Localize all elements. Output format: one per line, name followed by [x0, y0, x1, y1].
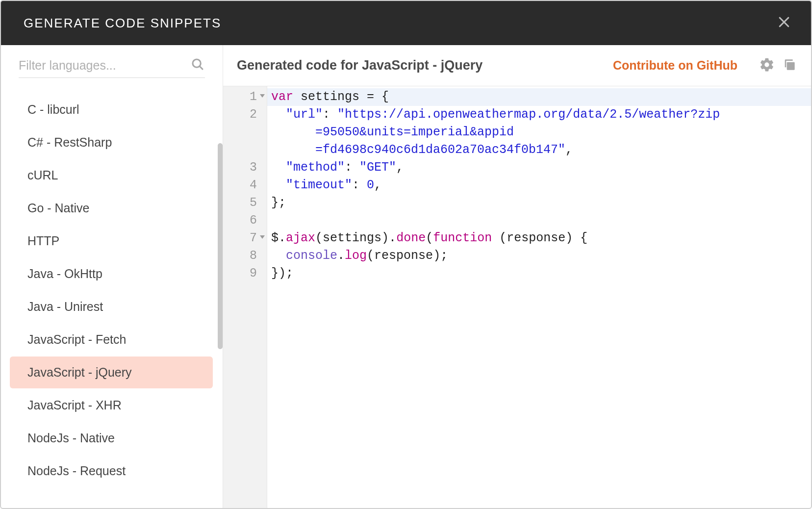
close-button[interactable]	[777, 15, 791, 31]
sidebar: C - libcurlC# - RestSharpcURLGo - Native…	[1, 45, 223, 508]
gutter-line: 9	[223, 265, 267, 282]
gutter-line: 8	[223, 247, 267, 265]
gear-icon	[759, 66, 775, 74]
language-item[interactable]: Java - OkHttp	[10, 258, 213, 290]
gutter-line	[223, 141, 267, 159]
modal-container: GENERATE CODE SNIPPETS C - libcurlC# - R…	[0, 0, 812, 509]
generated-code-title: Generated code for JavaScript - jQuery	[237, 58, 482, 73]
code-line: "method": "GET",	[267, 159, 811, 177]
main-header: Generated code for JavaScript - jQuery C…	[223, 45, 811, 86]
code-line: };	[267, 194, 811, 212]
svg-line-3	[200, 66, 203, 69]
code-editor[interactable]: 123456789 var settings = { "url": "https…	[223, 86, 811, 508]
filter-languages-input[interactable]	[19, 58, 190, 73]
language-item[interactable]: HTTP	[10, 225, 213, 257]
language-item[interactable]: JavaScript - Fetch	[10, 324, 213, 356]
gutter-line	[223, 124, 267, 141]
code-line: "timeout": 0,	[267, 177, 811, 194]
code-line: var settings = {	[267, 88, 811, 106]
language-item[interactable]: Go - Native	[10, 192, 213, 224]
line-gutter: 123456789	[223, 86, 267, 508]
gutter-line: 7	[223, 229, 267, 247]
code-line: =95050&units=imperial&appid	[267, 124, 811, 141]
code-line	[267, 212, 811, 229]
fold-icon[interactable]	[260, 94, 265, 98]
code-line: =fd4698c940c6d1da602a70ac34f0b147",	[267, 141, 811, 159]
search-wrap	[19, 57, 205, 78]
search-icon	[190, 57, 205, 74]
language-item[interactable]: JavaScript - XHR	[10, 389, 213, 421]
gutter-line: 6	[223, 212, 267, 229]
close-icon	[777, 23, 791, 31]
modal-title: GENERATE CODE SNIPPETS	[24, 16, 221, 31]
code-line: $.ajax(settings).done(function (response…	[267, 229, 811, 247]
gutter-line: 4	[223, 177, 267, 194]
code-line: console.log(response);	[267, 247, 811, 265]
gutter-line: 3	[223, 159, 267, 177]
main-panel: Generated code for JavaScript - jQuery C…	[223, 45, 811, 508]
copy-button[interactable]	[782, 57, 797, 75]
gutter-line: 5	[223, 194, 267, 212]
copy-icon	[782, 66, 797, 74]
modal-body: C - libcurlC# - RestSharpcURLGo - Native…	[1, 45, 811, 508]
language-item[interactable]: NodeJs - Request	[10, 455, 213, 487]
svg-rect-4	[787, 62, 795, 70]
code-line: });	[267, 265, 811, 282]
scrollbar-thumb[interactable]	[218, 143, 223, 349]
language-item[interactable]: Java - Unirest	[10, 291, 213, 323]
language-item[interactable]: C# - RestSharp	[10, 127, 213, 158]
contribute-on-github-link[interactable]: Contribute on GitHub	[613, 58, 737, 73]
fold-icon[interactable]	[260, 235, 265, 239]
search-row	[1, 45, 223, 83]
titlebar: GENERATE CODE SNIPPETS	[1, 1, 811, 45]
language-item[interactable]: C - libcurl	[10, 94, 213, 126]
gutter-line: 2	[223, 106, 267, 124]
gutter-line: 1	[223, 88, 267, 106]
code-area[interactable]: var settings = { "url": "https://api.ope…	[267, 86, 811, 508]
code-line: "url": "https://api.openweathermap.org/d…	[267, 106, 811, 124]
language-item[interactable]: JavaScript - jQuery	[10, 356, 213, 388]
language-list[interactable]: C - libcurlC# - RestSharpcURLGo - Native…	[1, 83, 223, 508]
settings-button[interactable]	[759, 57, 775, 75]
language-item[interactable]: cURL	[10, 159, 213, 191]
language-item[interactable]: NodeJs - Native	[10, 422, 213, 454]
